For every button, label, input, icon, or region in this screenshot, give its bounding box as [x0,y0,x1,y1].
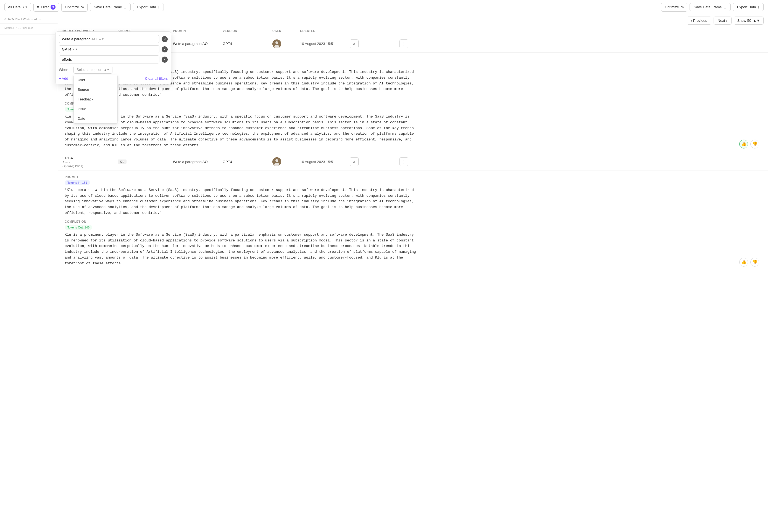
export-data-button-right[interactable]: Export Data ↓ [733,3,764,11]
toolbar: All Data ▲▼ ≡ Filter 3 Optimize ∞ Save D… [0,0,768,14]
row-actions-2: ∧ [350,157,399,166]
optimize-button[interactable]: Optimize ∞ [61,3,87,12]
option-date[interactable]: Date [74,114,117,123]
data-selector-button[interactable]: All Data ▲▼ [4,3,31,11]
option-user[interactable]: User [74,75,117,85]
filter-badge: 3 [51,5,55,10]
version-cell-2: GPT4 [223,160,272,164]
export-data-button[interactable]: Export Data ↓ [133,3,163,11]
filter-button[interactable]: ≡ Filter 3 [33,3,59,12]
record-detail-2: PROMPT Tokens In: 151 "Klu operates with… [58,171,768,271]
thumbs-up-button-2[interactable]: 👍 [739,258,748,267]
filter-value-1: Write a paragraph AOI [62,37,97,41]
nav-controls: ‹ Previous Next › Show 50 ▲▼ [58,14,768,27]
filter-row-3: × [59,55,168,63]
filter-row-2: GPT4 ▲▼ × [59,45,168,53]
toolbar-right: Optimize ∞ Save Data Frame ⊡ Export Data… [661,3,764,12]
user-cell-1 [272,39,300,48]
option-source[interactable]: Source [74,85,117,94]
filter-clear-btn-2[interactable]: × [161,46,168,52]
export-label: Export Data [137,5,156,9]
filter-value-2: GPT4 [62,47,71,51]
model-provider-2: Azure [62,161,118,164]
filter-clear-btn-3[interactable]: × [161,57,168,63]
next-chevron-icon: › [726,18,727,23]
option-feedback[interactable]: Feedback [74,94,117,104]
collapse-button-1[interactable]: ∧ [350,39,359,48]
more-cell-1: ⋮ [399,39,413,48]
save-icon-right: ⊡ [724,5,727,9]
add-filter-button[interactable]: + Add [59,76,68,81]
timestamp-1: 10 August 2023 15:51 [300,42,335,46]
tokens-in-badge-2: Tokens In: 151 [65,180,90,185]
col-actions [350,29,399,33]
export-label-right: Export Data [737,5,756,9]
svg-point-2 [274,45,279,48]
tokens-out-badge-2: Tokens Out: 146 [65,225,92,230]
svg-point-1 [276,41,278,44]
where-select[interactable]: Select an option ▲▼ [73,66,112,74]
save-frame-button-right[interactable]: Save Data Frame ⊡ [690,3,731,11]
thumbs-down-button-2[interactable]: 👎 [750,258,759,267]
clear-all-label: Clear all filters [145,76,168,81]
where-label: Where [59,68,71,72]
feedback-icons-1: 👍 👎 [739,140,759,148]
row-actions-1: ∧ [350,39,399,48]
collapse-button-2[interactable]: ∧ [350,157,359,166]
previous-button[interactable]: ‹ Previous [687,17,711,25]
add-filter-label: + Add [59,76,68,81]
left-panel: SHOWING PAGE 1 OF 1 MODEL / PROVIDER [0,14,58,532]
version-label-2: GPT4 [223,160,232,164]
save-frame-label-right: Save Data Frame [694,5,722,9]
more-button-1[interactable]: ⋮ [399,39,408,48]
show-select[interactable]: Show 50 ▲▼ [734,17,764,25]
model-provider-label: MODEL / PROVIDER [4,27,53,30]
previous-label: Previous [693,18,707,23]
created-cell-1: 10 August 2023 15:51 [300,42,350,46]
thumbs-up-button-1[interactable]: 👍 [739,140,748,148]
source-cell-2: Klu [118,159,173,164]
filter-label: Filter [41,5,49,9]
showing-page: SHOWING PAGE 1 OF 1 [0,14,58,23]
col-created: CREATED [300,29,350,33]
save-frame-button[interactable]: Save Data Frame ⊡ [90,3,131,11]
user-cell-2 [272,157,300,166]
prompt-label-1: Write a paragraph AOI [173,42,209,46]
clear-all-filters-button[interactable]: Clear all filters [145,76,168,81]
optimize-button-right[interactable]: Optimize ∞ [661,3,687,12]
table-row[interactable]: GPT-4 Azure OpenAI(US2.1) Klu Write a pa… [58,153,768,171]
prompt-cell-2: Write a paragraph AOI [173,160,223,164]
save-frame-label: Save Data Frame [94,5,122,9]
avatar-2 [272,157,281,166]
model-info-2: GPT-4 Azure OpenAI(US2.1) [62,156,118,168]
option-issue[interactable]: Issue [74,104,117,114]
record-block-2: GPT-4 Azure OpenAI(US2.1) Klu Write a pa… [58,153,768,271]
chevron-down-icon-where: ▲▼ [104,68,109,71]
infinity-icon: ∞ [81,5,84,10]
filter-input-2[interactable]: GPT4 ▲▼ [59,45,159,53]
created-cell-2: 10 August 2023 15:51 [300,160,350,164]
filter-text-input-3[interactable] [62,57,156,62]
completion-section-2: COMPLETION Tokens Out: 146 Klu is a prom… [65,220,764,267]
left-panel-content: MODEL / PROVIDER [0,23,58,34]
source-badge-2: Klu [118,159,126,164]
next-button[interactable]: Next › [714,17,732,25]
where-dropdown: User Source Feedback Issue Date [73,75,118,124]
download-icon-right: ↓ [758,5,760,9]
optimize-label: Optimize [65,5,79,9]
completion-text-1: Klu is a prominent player in the Softwar… [65,114,764,148]
save-icon: ⊡ [123,5,126,9]
svg-point-4 [276,159,278,162]
filter-input-3[interactable] [59,55,159,63]
main-area: ‹ Previous Next › Show 50 ▲▼ MODEL / PRO… [58,14,768,532]
chevron-icon-2: ▲▼ [72,48,78,51]
show-label: Show 50 [737,18,751,23]
download-icon: ↓ [158,5,160,9]
more-button-2[interactable]: ⋮ [399,157,408,166]
filter-clear-btn-1[interactable]: × [161,36,168,42]
col-user: USER [272,29,300,33]
thumbs-down-button-1[interactable]: 👎 [750,140,759,148]
filter-input-1[interactable]: Write a paragraph AOI ▲▼ [59,35,159,43]
app-layout: All Data ▲▼ ≡ Filter 3 Optimize ∞ Save D… [0,0,768,532]
data-selector-label: All Data [8,5,21,9]
